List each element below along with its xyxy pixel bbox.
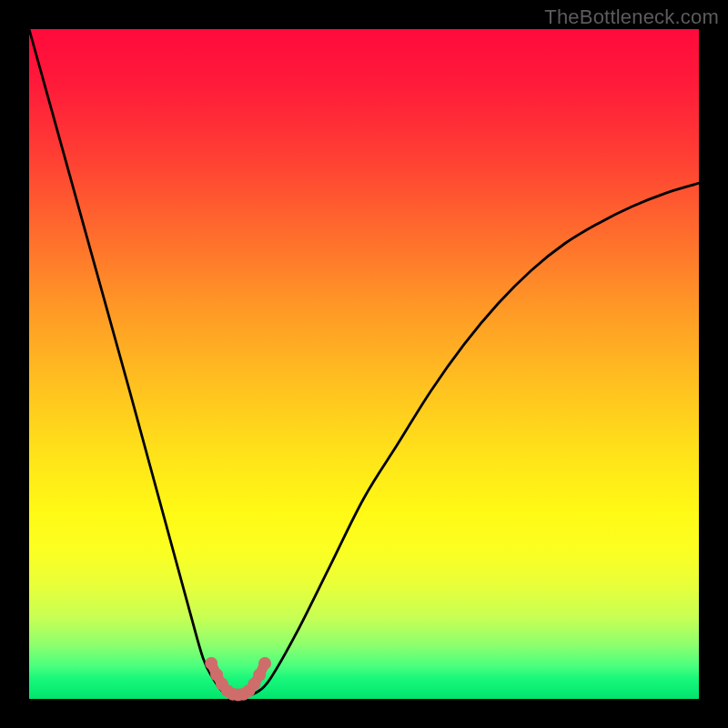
bottleneck-curve-path	[29, 29, 699, 696]
marker-dot	[205, 657, 217, 670]
marker-arc-group	[205, 657, 271, 702]
plot-area	[29, 29, 699, 699]
marker-dot	[258, 657, 271, 670]
marker-dot	[253, 669, 266, 682]
chart-svg	[29, 29, 699, 699]
chart-frame: TheBottleneck.com	[0, 0, 728, 728]
watermark-text: TheBottleneck.com	[544, 5, 719, 29]
